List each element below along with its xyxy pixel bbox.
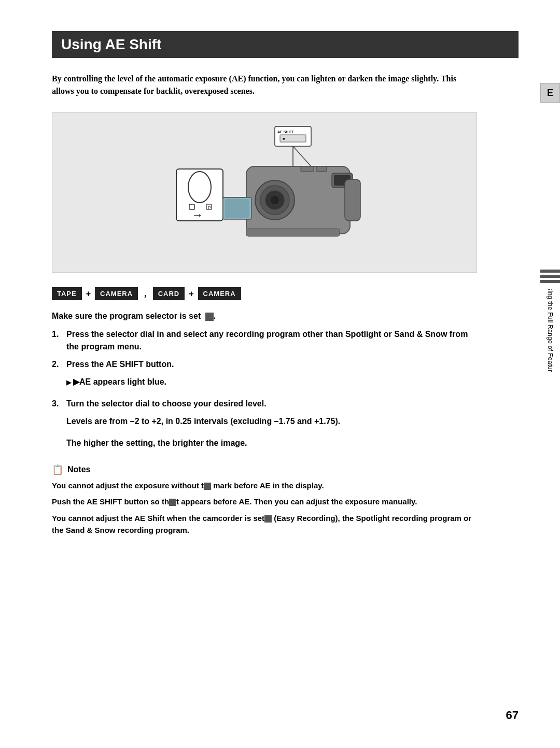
step-2-number: 2.	[52, 358, 61, 371]
note-icon-1	[204, 483, 211, 490]
make-sure-text: Make sure the program selector is set .	[52, 312, 477, 321]
step-2-text: Press the AE SHIFT button.	[66, 358, 174, 371]
step-2-sub: ▶AE appears light blue.	[66, 376, 477, 388]
svg-text:■: ■	[283, 137, 285, 140]
step-1: 1. Press the selector dial in and select…	[52, 328, 477, 353]
page-container: E Using the Full Range of Features Using…	[0, 0, 560, 748]
svg-rect-25	[246, 229, 340, 236]
card-button-label: CARD	[153, 287, 185, 300]
note-icon-2	[169, 499, 176, 506]
sidebar-e-label: E	[540, 83, 560, 103]
svg-point-17	[271, 196, 279, 204]
step-3-sub2: The higher the setting, the brighter the…	[66, 437, 477, 449]
intro-text: By controlling the level of the automati…	[52, 73, 477, 97]
notes-section: 📋 Notes You cannot adjust the exposure w…	[52, 464, 477, 536]
step-3-text: Turn the selector dial to choose your de…	[66, 398, 267, 410]
svg-text:P: P	[208, 205, 211, 210]
tape-button-label: TAPE	[52, 287, 82, 300]
step-3: 3. Turn the selector dial to choose your…	[52, 398, 477, 454]
sidebar-stripe	[540, 275, 560, 278]
camera1-button-label: CAMERA	[95, 287, 138, 300]
step-1-text: Press the selector dial in and select an…	[66, 328, 477, 353]
body-section: Make sure the program selector is set . …	[52, 312, 477, 536]
svg-text:→: →	[192, 208, 203, 221]
program-selector-icon	[205, 313, 214, 321]
plus-sign-2: +	[189, 289, 193, 299]
camera-illustration: AE SHIFT ■ P →	[52, 112, 477, 272]
note-3: You cannot adjust the AE Shift when the …	[52, 512, 477, 537]
svg-line-26	[293, 146, 311, 166]
step-1-number: 1.	[52, 328, 61, 353]
note-1: You cannot adjust the exposure without t…	[52, 479, 477, 491]
button-label-row: TAPE + CAMERA , CARD + CAMERA	[52, 287, 519, 300]
note-2: Push the AE SHIFT button so tht appears …	[52, 496, 477, 507]
notes-text: You cannot adjust the exposure without t…	[52, 479, 477, 536]
svg-rect-23	[225, 199, 249, 218]
plus-sign-1: +	[86, 289, 91, 299]
sidebar-stripe	[540, 270, 560, 273]
step-3-number: 3.	[52, 398, 61, 410]
svg-rect-24	[345, 179, 360, 221]
note-icon-3	[264, 515, 272, 523]
diagram-area: AE SHIFT ■ P →	[52, 112, 477, 273]
step-3-sub1: Levels are from –2 to +2, in 0.25 interv…	[66, 415, 477, 428]
svg-rect-20	[301, 166, 314, 172]
notes-title: Notes	[67, 465, 90, 474]
page-number: 67	[506, 709, 519, 722]
sidebar-vertical-text: Using the Full Range of Features	[547, 289, 554, 372]
notes-icon: 📋	[52, 464, 63, 475]
steps-list: 1. Press the selector dial in and select…	[52, 328, 477, 454]
svg-rect-21	[316, 166, 327, 172]
sidebar-stripes-area: Using the Full Range of Features	[540, 270, 560, 372]
camera2-button-label: CAMERA	[198, 287, 241, 300]
step-2: 2. Press the AE SHIFT button. ▶AE appear…	[52, 358, 477, 392]
comma-separator: ,	[144, 288, 147, 299]
sidebar-stripe	[540, 280, 560, 283]
section-title: Using AE Shift	[52, 31, 519, 58]
sidebar-tab: E	[540, 83, 560, 103]
svg-text:AE SHIFT: AE SHIFT	[277, 130, 295, 134]
notes-header: 📋 Notes	[52, 464, 477, 475]
